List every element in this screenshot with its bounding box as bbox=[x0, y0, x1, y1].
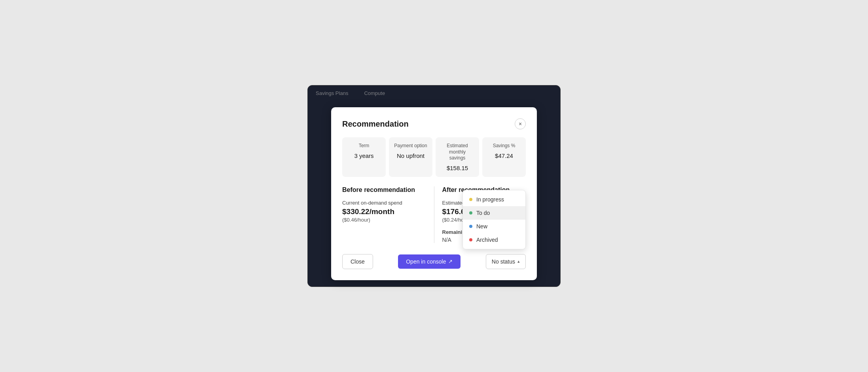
rec-card-savings-value: $158.15 bbox=[440, 165, 474, 171]
close-button[interactable]: Close bbox=[342, 254, 373, 269]
dropdown-item-archived[interactable]: Archived bbox=[463, 233, 525, 247]
tab-savings-plans[interactable]: Savings Plans bbox=[316, 90, 348, 96]
before-column: Before recommendation Current on-demand … bbox=[342, 186, 434, 243]
before-heading: Before recommendation bbox=[342, 186, 426, 194]
rec-card-savings-pct: Savings % $47.24 bbox=[482, 137, 526, 177]
dot-blue bbox=[469, 225, 472, 228]
open-console-button[interactable]: Open in console ↗ bbox=[398, 254, 461, 269]
rec-card-payment-value: No upfront bbox=[394, 152, 428, 159]
dropdown-label-archived: Archived bbox=[476, 237, 498, 243]
rec-card-term-label: Term bbox=[347, 143, 381, 149]
modal-title: Recommendation bbox=[342, 120, 409, 129]
rec-card-savings: Estimated monthly savings $158.15 bbox=[436, 137, 479, 177]
dot-green bbox=[469, 211, 472, 214]
top-bar: Savings Plans Compute bbox=[308, 85, 560, 101]
recommendation-modal: Recommendation × Term 3 years Payment op… bbox=[331, 107, 537, 280]
tab-compute[interactable]: Compute bbox=[364, 90, 385, 96]
modal-close-button[interactable]: × bbox=[515, 118, 526, 129]
spend-sub: ($0.46/hour) bbox=[342, 217, 426, 223]
rec-card-savings-pct-value: $47.24 bbox=[487, 152, 521, 159]
dot-yellow bbox=[469, 198, 472, 201]
external-link-icon: ↗ bbox=[448, 258, 453, 264]
dark-background: Recommendation × Term 3 years Payment op… bbox=[308, 101, 560, 287]
rec-card-payment-label: Payment option bbox=[394, 143, 428, 149]
dot-red bbox=[469, 238, 472, 241]
app-window: Savings Plans Compute Recommendation × T… bbox=[307, 85, 561, 287]
spend-label: Current on-demand spend bbox=[342, 200, 426, 206]
recommendation-grid: Term 3 years Payment option No upfront E… bbox=[342, 137, 526, 177]
dropdown-label-todo: To do bbox=[476, 210, 490, 216]
rec-card-term-value: 3 years bbox=[347, 152, 381, 159]
dropdown-item-todo[interactable]: To do bbox=[463, 206, 525, 220]
modal-header: Recommendation × bbox=[342, 118, 526, 129]
status-label: No status bbox=[492, 258, 515, 265]
rec-card-savings-pct-label: Savings % bbox=[487, 143, 521, 149]
rec-card-term: Term 3 years bbox=[342, 137, 386, 177]
rec-card-savings-label: Estimated monthly savings bbox=[440, 143, 474, 161]
dropdown-item-new[interactable]: New bbox=[463, 220, 525, 233]
open-console-label: Open in console bbox=[406, 258, 446, 265]
dropdown-label-new: New bbox=[476, 223, 487, 230]
dropdown-item-inprogress[interactable]: In progress bbox=[463, 193, 525, 206]
chevron-up-icon: ▴ bbox=[517, 259, 520, 264]
rec-card-payment: Payment option No upfront bbox=[389, 137, 432, 177]
modal-footer: Close Open in console ↗ No status ▴ In p… bbox=[342, 254, 526, 269]
spend-main: $330.22/month bbox=[342, 207, 426, 216]
dropdown-label-inprogress: In progress bbox=[476, 196, 504, 203]
status-button[interactable]: No status ▴ bbox=[486, 254, 526, 269]
status-dropdown: In progress To do New Archived bbox=[462, 190, 526, 249]
